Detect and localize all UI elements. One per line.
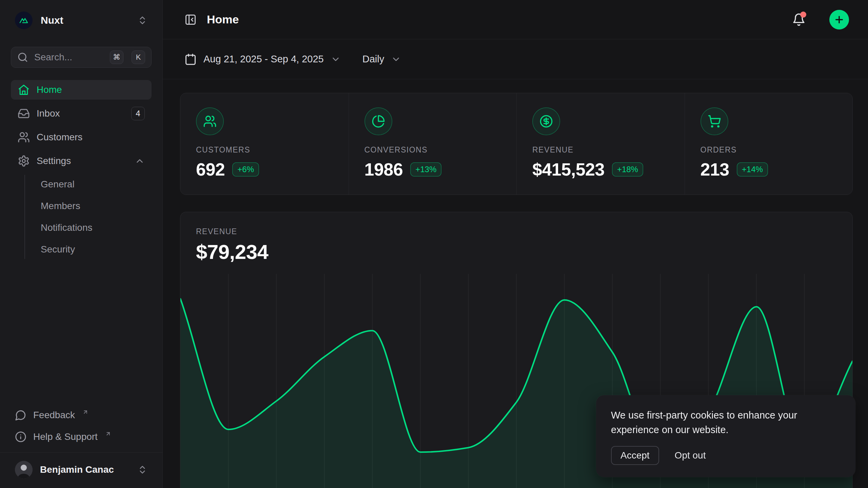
- stat-card-revenue[interactable]: REVENUE $415,523 +18%: [516, 93, 685, 195]
- team-switcher[interactable]: Nuxt: [11, 9, 152, 32]
- sidebar-item-security[interactable]: Security: [36, 240, 152, 259]
- kbd-k: K: [132, 50, 145, 64]
- stat-label: REVENUE: [532, 145, 669, 155]
- external-link-icon: [105, 431, 111, 437]
- chevrons-up-down-icon: [137, 465, 147, 475]
- date-range-value: Aug 21, 2025 - Sep 4, 2025: [203, 54, 324, 65]
- inbox-icon: [18, 107, 30, 120]
- sidebar: Nuxt Search... ⌘ K Home Inbox 4: [0, 0, 163, 488]
- notifications-button[interactable]: [792, 13, 806, 26]
- team-name: Nuxt: [41, 15, 129, 26]
- notification-dot: [800, 12, 806, 18]
- add-button[interactable]: [829, 10, 849, 29]
- stat-card-orders[interactable]: ORDERS 213 +14%: [685, 93, 853, 195]
- sidebar-item-customers[interactable]: Customers: [11, 127, 152, 147]
- stat-delta-badge: +13%: [410, 162, 441, 177]
- stat-value: $415,523: [532, 159, 605, 180]
- help-support-link[interactable]: Help & Support: [11, 426, 152, 448]
- page-title: Home: [207, 13, 239, 26]
- inbox-count-badge: 4: [131, 107, 145, 120]
- interval-select[interactable]: Daily: [362, 54, 401, 65]
- sidebar-item-members[interactable]: Members: [36, 197, 152, 216]
- revenue-chart-header: REVENUE $79,234: [180, 212, 852, 274]
- sidebar-item-general[interactable]: General: [36, 175, 152, 194]
- revenue-chart-label: REVENUE: [196, 227, 837, 236]
- pie-chart-icon: [364, 107, 392, 135]
- feedback-label: Feedback: [33, 410, 75, 421]
- dollar-circle-icon: [532, 107, 560, 135]
- cookie-message: We use first-party cookies to enhance yo…: [611, 408, 830, 437]
- nuxt-logo-icon: [15, 12, 33, 29]
- users-icon: [196, 107, 224, 135]
- chevrons-up-down-icon: [137, 15, 147, 25]
- opt-out-button[interactable]: Opt out: [675, 450, 706, 461]
- stat-value: 692: [196, 159, 225, 180]
- stat-value: 213: [701, 159, 729, 180]
- chevron-down-icon: [391, 54, 401, 64]
- stats-grid: CUSTOMERS 692 +6% CONVERSIONS 1986 +13%: [180, 93, 853, 195]
- help-support-label: Help & Support: [33, 431, 98, 442]
- stat-card-conversions[interactable]: CONVERSIONS 1986 +13%: [349, 93, 517, 195]
- sidebar-item-home[interactable]: Home: [11, 80, 152, 100]
- page-header: Home: [163, 0, 868, 39]
- info-circle-icon: [15, 431, 26, 443]
- sidebar-footer-links: Feedback Help & Support: [11, 404, 152, 448]
- house-icon: [18, 84, 30, 96]
- avatar: [15, 461, 33, 479]
- stat-delta-badge: +18%: [612, 162, 643, 177]
- chevron-down-icon: [331, 54, 341, 64]
- calendar-icon: [184, 53, 197, 65]
- stat-delta-badge: +6%: [232, 162, 259, 177]
- stat-value: 1986: [364, 159, 403, 180]
- user-name: Benjamin Canac: [40, 464, 130, 475]
- revenue-chart-total: $79,234: [196, 240, 837, 264]
- user-menu[interactable]: Benjamin Canac: [11, 458, 152, 482]
- sidebar-item-inbox[interactable]: Inbox 4: [11, 104, 152, 123]
- search-icon: [17, 52, 28, 63]
- chevron-up-icon: [135, 156, 145, 166]
- sidebar-item-notifications[interactable]: Notifications: [36, 218, 152, 237]
- users-icon: [18, 131, 30, 143]
- sidebar-item-label: Home: [37, 84, 62, 95]
- message-circle-icon: [15, 409, 26, 421]
- sidebar-nav: Home Inbox 4 Customers Settings: [11, 80, 152, 262]
- sidebar-item-label: Customers: [37, 132, 82, 143]
- date-range-picker[interactable]: Aug 21, 2025 - Sep 4, 2025: [184, 53, 341, 65]
- cookie-banner: We use first-party cookies to enhance yo…: [596, 395, 855, 477]
- sidebar-item-settings[interactable]: Settings: [11, 151, 152, 171]
- plus-icon: [834, 14, 845, 25]
- sidebar-item-label: Settings: [37, 156, 71, 166]
- sidebar-divider: [0, 452, 162, 453]
- feedback-link[interactable]: Feedback: [11, 404, 152, 426]
- search-placeholder: Search...: [34, 52, 104, 63]
- kbd-cmd: ⌘: [110, 50, 123, 64]
- shopping-cart-icon: [701, 107, 728, 135]
- settings-submenu: General Members Notifications Security: [24, 175, 152, 259]
- interval-value: Daily: [362, 54, 384, 65]
- search-input[interactable]: Search... ⌘ K: [11, 47, 152, 68]
- stat-label: ORDERS: [701, 145, 837, 155]
- filters-toolbar: Aug 21, 2025 - Sep 4, 2025 Daily: [163, 39, 868, 79]
- external-link-icon: [82, 409, 88, 415]
- stat-label: CONVERSIONS: [364, 145, 501, 155]
- gear-icon: [18, 155, 30, 167]
- panel-left-close-icon[interactable]: [184, 14, 197, 26]
- sidebar-item-label: Inbox: [37, 108, 60, 119]
- stat-label: CUSTOMERS: [196, 145, 333, 155]
- stat-delta-badge: +14%: [737, 162, 768, 177]
- accept-button[interactable]: Accept: [611, 446, 659, 465]
- stat-card-customers[interactable]: CUSTOMERS 692 +6%: [180, 93, 349, 195]
